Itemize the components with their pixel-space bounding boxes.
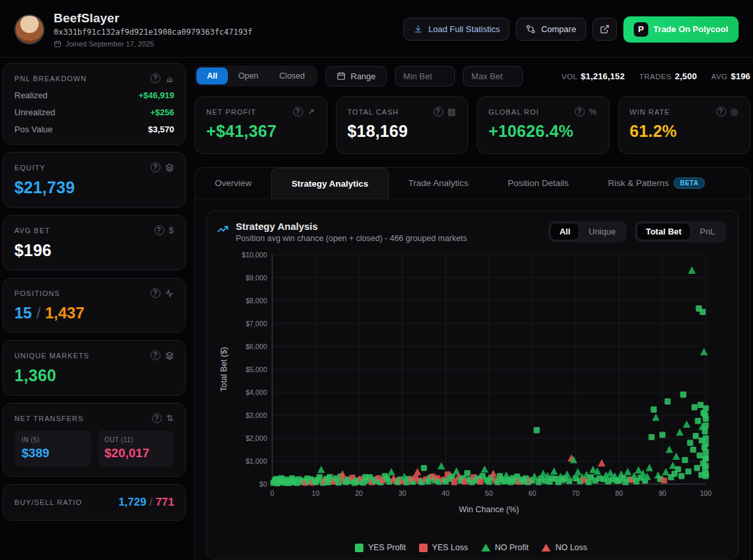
- scatter-point-yes-profit[interactable]: [335, 479, 341, 485]
- scatter-point-no-loss[interactable]: [490, 470, 498, 477]
- scatter-point-no-profit[interactable]: [530, 473, 538, 480]
- scatter-point-no-loss[interactable]: [598, 459, 606, 466]
- scatter-point-yes-loss[interactable]: [477, 479, 483, 485]
- buy-count: 1,729: [119, 496, 147, 508]
- scatter-point-yes-profit[interactable]: [659, 432, 665, 438]
- help-icon[interactable]: ?: [293, 107, 303, 117]
- tab-trade-analytics[interactable]: Trade Analytics: [389, 168, 488, 198]
- scatter-point-yes-profit[interactable]: [675, 466, 681, 472]
- scatter-point-no-profit[interactable]: [700, 348, 708, 355]
- tab-risk-patterns[interactable]: Risk & PatternsBETA: [588, 168, 724, 198]
- scatter-point-yes-profit[interactable]: [703, 473, 708, 479]
- scatter-point-yes-loss[interactable]: [661, 477, 667, 483]
- segment-closed[interactable]: Closed: [269, 67, 316, 84]
- compare-button[interactable]: Compare: [516, 18, 585, 41]
- scatter-point-yes-profit[interactable]: [697, 453, 703, 458]
- scatter-point-yes-profit[interactable]: [690, 447, 696, 453]
- scatter-point-no-profit[interactable]: [550, 468, 558, 475]
- scatter-point-yes-profit[interactable]: [682, 457, 688, 463]
- tab-strategy-analytics[interactable]: Strategy Analytics: [271, 168, 388, 198]
- scatter-point-no-profit[interactable]: [318, 466, 325, 473]
- scatter-point-no-profit[interactable]: [624, 468, 632, 475]
- scatter-point-no-profit[interactable]: [388, 468, 395, 476]
- scatter-point-yes-profit[interactable]: [703, 416, 708, 422]
- scatter-point-yes-profit[interactable]: [703, 441, 708, 447]
- scatter-point-yes-profit[interactable]: [691, 404, 697, 410]
- scatter-point-yes-profit[interactable]: [678, 473, 684, 479]
- scatter-point-yes-profit[interactable]: [703, 462, 708, 468]
- toggle-pnl[interactable]: PnL: [691, 223, 724, 240]
- scatter-point-no-profit[interactable]: [574, 468, 582, 476]
- tab-position-details[interactable]: Position Details: [488, 168, 588, 198]
- positions-open: 15: [14, 304, 32, 322]
- legend-label: YES Loss: [432, 543, 468, 552]
- scatter-point-yes-loss[interactable]: [451, 479, 457, 485]
- scatter-point-yes-profit[interactable]: [697, 402, 703, 408]
- help-icon[interactable]: ?: [575, 107, 585, 117]
- segment-all[interactable]: All: [196, 67, 228, 84]
- scatter-chart[interactable]: $0$1,000$2,000$3,000$4,000$5,000$6,000$7…: [216, 243, 726, 539]
- ratio-separator: /: [149, 496, 153, 508]
- transfers-in-value: $389: [22, 446, 84, 460]
- scatter-point-no-profit[interactable]: [481, 465, 488, 472]
- scatter-point-no-profit[interactable]: [437, 462, 445, 469]
- min-bet-input[interactable]: [395, 66, 455, 86]
- toggle-unique[interactable]: Unique: [579, 223, 625, 240]
- scatter-point-no-profit[interactable]: [676, 428, 684, 436]
- scatter-point-yes-profit[interactable]: [648, 434, 654, 440]
- toggle-all[interactable]: All: [550, 223, 579, 240]
- buy-sell-ratio-card: BUY/SELL RATIO 1,729 / 771: [3, 484, 186, 521]
- scatter-point-no-profit[interactable]: [563, 470, 571, 477]
- scatter-point-yes-profit[interactable]: [702, 428, 708, 434]
- sell-count: 771: [156, 496, 174, 508]
- scatter-point-yes-profit[interactable]: [686, 468, 691, 474]
- scatter-point-yes-profit[interactable]: [566, 478, 572, 484]
- scatter-point-no-profit[interactable]: [688, 267, 696, 274]
- scatter-point-no-profit[interactable]: [672, 453, 680, 460]
- help-icon[interactable]: ?: [151, 162, 160, 172]
- scatter-point-yes-profit[interactable]: [464, 470, 470, 476]
- scatter-point-yes-profit[interactable]: [694, 465, 700, 471]
- scatter-point-yes-profit[interactable]: [651, 407, 657, 413]
- scatter-point-yes-profit[interactable]: [693, 433, 699, 439]
- scatter-point-yes-profit[interactable]: [665, 398, 670, 404]
- help-icon[interactable]: ?: [151, 350, 160, 360]
- scatter-point-yes-profit[interactable]: [687, 439, 693, 445]
- scatter-point-yes-profit[interactable]: [534, 427, 540, 433]
- scatter-point-no-profit[interactable]: [606, 469, 614, 476]
- stat-card-label: TOTAL CASH: [348, 108, 399, 116]
- help-icon[interactable]: ?: [151, 73, 160, 83]
- tab-overview[interactable]: Overview: [195, 168, 271, 198]
- scatter-point-yes-profit[interactable]: [680, 392, 686, 398]
- scatter-point-no-profit[interactable]: [652, 413, 660, 420]
- scatter-point-yes-profit[interactable]: [421, 465, 427, 471]
- help-icon[interactable]: ?: [716, 107, 726, 117]
- help-icon[interactable]: ?: [152, 413, 162, 423]
- toggle-total-bet[interactable]: Total Bet: [636, 223, 691, 240]
- scatter-point-yes-profit[interactable]: [700, 309, 706, 315]
- scatter-point-yes-profit[interactable]: [703, 405, 708, 411]
- y-axis-label: Total Bet ($): [219, 347, 229, 392]
- scatter-point-no-loss[interactable]: [414, 468, 422, 476]
- help-icon[interactable]: ?: [433, 107, 443, 117]
- scatter-point-yes-profit[interactable]: [703, 435, 708, 441]
- scatter-point-no-profit[interactable]: [683, 420, 691, 428]
- scatter-point-yes-profit[interactable]: [703, 455, 708, 460]
- trade-on-polycool-button[interactable]: P Trade On Polycool: [623, 16, 739, 43]
- external-link-button[interactable]: [593, 18, 617, 41]
- load-full-statistics-button[interactable]: Load Full Statistics: [403, 18, 509, 41]
- max-bet-input[interactable]: [463, 66, 523, 86]
- scatter-point-no-profit[interactable]: [665, 445, 673, 453]
- scatter-point-yes-profit[interactable]: [695, 418, 701, 424]
- scatter-point-no-profit[interactable]: [646, 464, 653, 471]
- scatter-point-no-profit[interactable]: [452, 467, 460, 474]
- x-tick-label: 30: [398, 489, 406, 497]
- segment-open[interactable]: Open: [228, 67, 269, 84]
- scatter-point-no-profit[interactable]: [634, 466, 642, 474]
- scatter-point-yes-profit[interactable]: [703, 449, 708, 455]
- date-range-button[interactable]: Range: [325, 66, 387, 86]
- pnl-breakdown-label: PNL BREAKDOWN: [14, 75, 86, 83]
- scatter-point-yes-profit[interactable]: [703, 422, 708, 428]
- help-icon[interactable]: ?: [155, 225, 164, 235]
- help-icon[interactable]: ?: [151, 288, 160, 298]
